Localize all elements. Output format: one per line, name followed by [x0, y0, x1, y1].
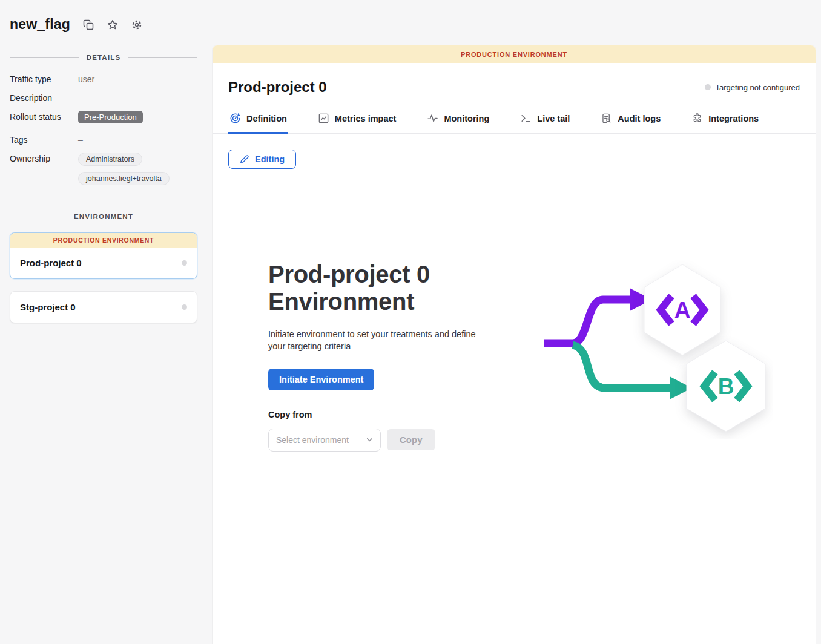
tab-monitoring[interactable]: Monitoring [426, 108, 490, 134]
copy-from-label: Copy from [268, 410, 495, 419]
copy-icon[interactable] [82, 19, 94, 31]
treatment-a-arrow [544, 288, 652, 343]
tab-integrations[interactable]: Integrations [690, 108, 760, 134]
definition-icon [229, 113, 241, 124]
treatment-b-label: B [718, 374, 734, 399]
env-card-prod-banner: PRODUCTION ENVIRONMENT [10, 233, 197, 248]
production-environment-banner: PRODUCTION ENVIRONMENT [213, 45, 816, 63]
owner-pill[interactable]: johannes.liegl+travolta [78, 172, 170, 185]
empty-title-line1: Prod-project 0 [268, 261, 430, 288]
detail-row-ownership: Ownership Administrators johannes.liegl+… [10, 153, 197, 185]
details-section-heading: DETAILS [10, 54, 197, 61]
traffic-type-label: Traffic type [10, 73, 78, 84]
live-tail-icon [520, 113, 532, 124]
rollout-status-badge[interactable]: Pre-Production [78, 111, 143, 123]
audit-logs-icon [601, 113, 612, 124]
rollout-status-label: Rollout status [10, 111, 78, 122]
tab-metrics-impact[interactable]: Metrics impact [317, 108, 398, 134]
tab-audit-logs[interactable]: Audit logs [599, 108, 662, 134]
targeting-status-dot [705, 84, 711, 90]
ab-treatments-illustration: A B [542, 257, 773, 441]
description-value: – [78, 92, 83, 103]
integrations-icon [691, 113, 703, 124]
owner-pill[interactable]: Administrators [78, 153, 142, 166]
environment-section-heading: ENVIRONMENT [10, 213, 197, 220]
detail-row-description: Description – [10, 92, 197, 103]
ownership-label: Ownership [10, 153, 78, 163]
empty-state-title: Prod-project 0 Environment [268, 261, 495, 315]
env-card-prod-name: Prod-project 0 [20, 258, 82, 268]
environment-title: Prod-project 0 [228, 79, 327, 96]
flag-header: new_flag [0, 0, 821, 45]
flag-name: new_flag [10, 16, 70, 33]
editing-button-label: Editing [255, 154, 285, 164]
tab-definition[interactable]: Definition [228, 108, 288, 134]
details-heading-label: DETAILS [87, 54, 121, 61]
gear-icon[interactable] [131, 19, 143, 31]
tab-live-tail[interactable]: Live tail [519, 108, 571, 134]
pencil-icon [240, 154, 249, 164]
tab-audit-logs-label: Audit logs [618, 114, 661, 123]
targeting-status: Targeting not configured [705, 83, 800, 92]
select-environment-placeholder: Select environment [269, 435, 358, 445]
tab-definition-label: Definition [246, 114, 287, 123]
detail-row-tags: Tags – [10, 134, 197, 145]
tab-monitoring-label: Monitoring [444, 114, 489, 123]
initiate-environment-button[interactable]: Initiate Environment [268, 369, 374, 390]
environment-panel: PRODUCTION ENVIRONMENT Prod-project 0 Ta… [213, 45, 816, 644]
metrics-impact-icon [318, 113, 329, 124]
treatment-b-hexagon: B [687, 341, 765, 432]
traffic-type-value: user [78, 73, 94, 84]
sidebar: DETAILS Traffic type user Description – … [0, 45, 213, 644]
tab-metrics-impact-label: Metrics impact [335, 114, 397, 123]
tags-label: Tags [10, 134, 78, 145]
env-card-stg[interactable]: Stg-project 0 [10, 291, 197, 323]
monitoring-icon [427, 113, 438, 124]
empty-state-description: Initiate environment to set your treatme… [268, 329, 486, 352]
tab-live-tail-label: Live tail [537, 114, 570, 123]
environment-heading-label: ENVIRONMENT [74, 213, 133, 220]
detail-row-traffic-type: Traffic type user [10, 73, 197, 84]
env-card-prod[interactable]: PRODUCTION ENVIRONMENT Prod-project 0 [10, 232, 197, 279]
detail-row-rollout-status: Rollout status Pre-Production [10, 111, 197, 123]
select-environment-dropdown[interactable]: Select environment [268, 429, 381, 452]
env-card-stg-name: Stg-project 0 [20, 302, 76, 312]
treatment-a-hexagon: A [644, 264, 720, 355]
star-icon[interactable] [107, 19, 119, 31]
environment-empty-state: Prod-project 0 Environment Initiate envi… [268, 261, 800, 452]
copy-button[interactable]: Copy [387, 429, 435, 450]
editing-button[interactable]: Editing [228, 150, 296, 169]
treatment-a-label: A [674, 298, 691, 323]
description-label: Description [10, 92, 78, 103]
tabs-row: Definition Metrics impact Monitoring [213, 108, 816, 134]
tags-value: – [78, 134, 83, 145]
tab-integrations-label: Integrations [708, 114, 759, 123]
chevron-down-icon [358, 435, 380, 444]
targeting-status-label: Targeting not configured [716, 83, 800, 92]
empty-title-line2: Environment [268, 288, 414, 315]
env-status-dot [182, 304, 187, 310]
treatment-b-arrow [573, 345, 692, 399]
env-status-dot [182, 260, 187, 266]
